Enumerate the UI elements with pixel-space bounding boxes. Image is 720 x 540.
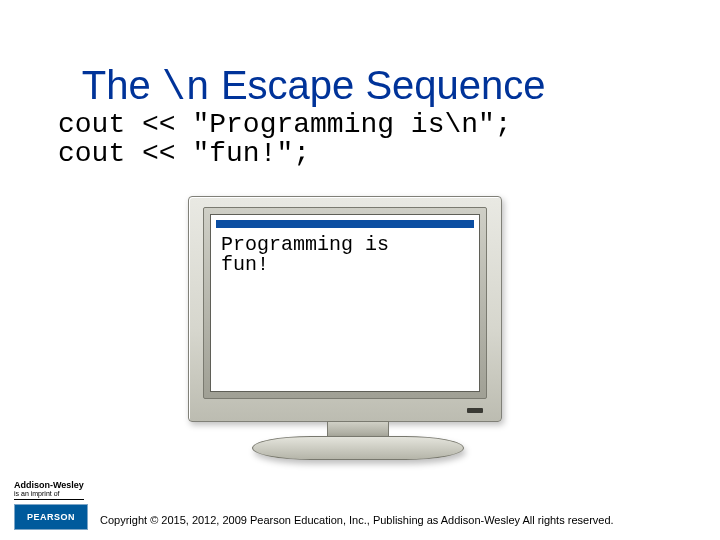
monitor-base xyxy=(252,436,464,460)
pearson-text: PEARSON xyxy=(27,512,75,522)
pearson-logo: PEARSON xyxy=(14,504,88,530)
copyright-text: Copyright © 2015, 2012, 2009 Pearson Edu… xyxy=(100,514,614,526)
monitor-illustration: Programming is fun! xyxy=(188,196,528,476)
power-indicator xyxy=(467,408,483,413)
monitor-neck xyxy=(327,421,389,437)
title-mono: \n xyxy=(162,66,210,111)
code-example: cout << "Programming is\n"; cout << "fun… xyxy=(58,110,512,169)
aw-rule xyxy=(14,499,84,500)
title-suffix: Escape Sequence xyxy=(210,63,546,107)
slide-footer: Addison-Wesley is an imprint of PEARSON … xyxy=(14,474,706,530)
program-output: Programming is fun! xyxy=(221,235,389,275)
addison-wesley-logo: Addison-Wesley is an imprint of xyxy=(14,481,88,500)
monitor-screen: Programming is fun! xyxy=(210,214,480,392)
window-titlebar xyxy=(216,220,474,228)
title-prefix: The xyxy=(82,63,162,107)
monitor-bezel: Programming is fun! xyxy=(203,207,487,399)
slide: The \n Escape Sequence cout << "Programm… xyxy=(0,0,720,540)
aw-name: Addison-Wesley xyxy=(14,481,88,490)
aw-tag: is an imprint of xyxy=(14,490,88,497)
monitor-case: Programming is fun! xyxy=(188,196,502,422)
